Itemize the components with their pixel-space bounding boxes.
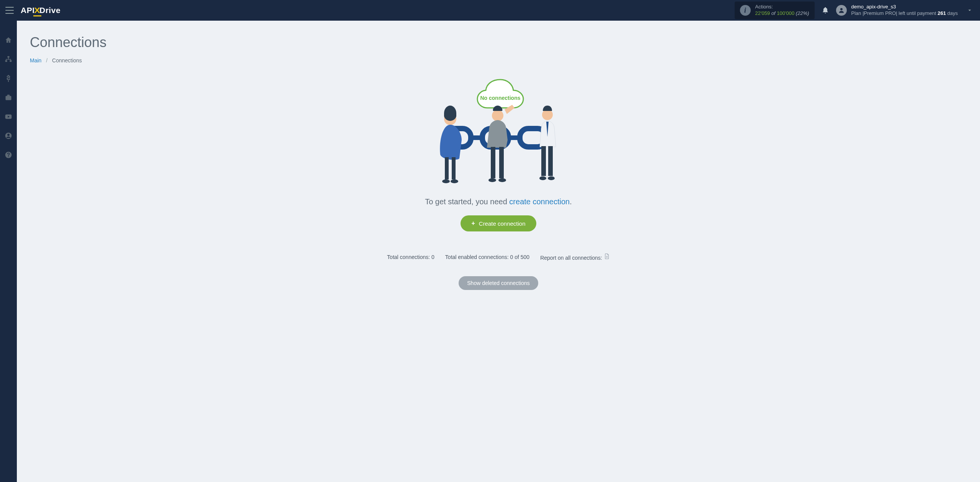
svg-point-21	[492, 110, 503, 121]
create-connection-button[interactable]: + Create connection	[461, 215, 536, 231]
sidebar-item-video[interactable]	[4, 112, 13, 121]
page-title: Connections	[30, 34, 967, 50]
logo-text-a: API	[21, 6, 35, 15]
getstarted-b: .	[570, 197, 572, 206]
actions-used: 22'059	[755, 10, 770, 16]
svg-rect-17	[445, 157, 449, 179]
actions-pct: (22%)	[796, 10, 809, 16]
svg-point-30	[548, 176, 555, 180]
actions-box[interactable]: i Actions: 22'059 of 100'000 (22%)	[735, 2, 815, 19]
cloud-icon: No connections	[477, 80, 523, 108]
svg-rect-22	[491, 147, 495, 178]
user-name: demo_apix-drive_s3	[851, 4, 958, 10]
plan-suffix: days	[946, 10, 958, 16]
create-connection-link[interactable]: create connection	[509, 197, 570, 206]
user-text: demo_apix-drive_s3 Plan |Premium PRO| le…	[851, 4, 958, 17]
svg-point-9	[8, 156, 9, 157]
breadcrumb: Main / Connections	[30, 57, 967, 64]
stat-report: Report on all connections:	[540, 253, 610, 261]
svg-point-20	[451, 179, 458, 183]
svg-rect-27	[541, 146, 546, 176]
svg-rect-4	[6, 96, 11, 100]
create-button-label: Create connection	[479, 220, 526, 227]
empty-state: No connections	[30, 75, 967, 290]
user-block[interactable]: demo_apix-drive_s3 Plan |Premium PRO| le…	[836, 4, 972, 17]
avatar-icon	[836, 5, 847, 16]
actions-total: 100'000	[777, 10, 794, 16]
svg-rect-1	[8, 56, 10, 58]
sidebar-item-help[interactable]	[4, 151, 13, 159]
svg-text:No connections: No connections	[480, 95, 520, 101]
person-right	[539, 106, 556, 180]
getstarted-a: To get started, you need	[425, 197, 509, 206]
svg-point-25	[498, 178, 506, 182]
header: APIXDrive i Actions: 22'059 of 100'000 (…	[0, 0, 980, 21]
svg-point-19	[442, 179, 450, 183]
breadcrumb-sep: /	[46, 57, 47, 64]
svg-rect-3	[10, 60, 11, 62]
sidebar-item-briefcase[interactable]	[4, 93, 13, 102]
breadcrumb-current: Connections	[52, 57, 82, 64]
document-icon[interactable]	[604, 253, 610, 260]
empty-illustration: No connections	[433, 75, 564, 190]
svg-point-24	[488, 178, 496, 182]
show-deleted-button[interactable]: Show deleted connections	[459, 276, 538, 290]
hamburger-icon[interactable]	[5, 7, 14, 14]
info-icon: i	[740, 5, 751, 16]
sidebar	[0, 21, 17, 304]
chevron-down-icon	[967, 8, 972, 13]
logo-x-icon: X	[34, 6, 40, 15]
getstarted-text: To get started, you need create connecti…	[425, 197, 572, 206]
svg-rect-18	[452, 157, 456, 179]
plan-days: 261	[938, 10, 946, 16]
logo[interactable]: APIXDrive	[21, 6, 60, 15]
plan-name: Premium PRO	[864, 10, 896, 16]
svg-rect-28	[548, 146, 553, 176]
actions-numbers: 22'059 of 100'000 (22%)	[755, 10, 809, 17]
actions-text: Actions: 22'059 of 100'000 (22%)	[755, 4, 809, 17]
plus-icon: +	[471, 220, 475, 227]
svg-rect-23	[499, 147, 504, 178]
actions-label: Actions:	[755, 4, 809, 10]
stat-total: Total connections: 0	[387, 254, 434, 260]
sidebar-item-home[interactable]	[4, 36, 13, 44]
header-right: i Actions: 22'059 of 100'000 (22%) demo_…	[735, 2, 972, 19]
plan-prefix: Plan |	[851, 10, 864, 16]
user-plan: Plan |Premium PRO| left until payment 26…	[851, 10, 958, 17]
person-left	[440, 106, 462, 183]
person-middle	[487, 105, 514, 182]
svg-point-0	[840, 8, 843, 10]
breadcrumb-main[interactable]: Main	[30, 57, 41, 64]
logo-text-b: Drive	[39, 6, 60, 15]
stat-report-label: Report on all connections:	[540, 255, 602, 261]
svg-point-26	[542, 109, 553, 120]
svg-rect-2	[5, 60, 7, 62]
sidebar-item-account[interactable]	[4, 132, 13, 140]
bell-icon[interactable]	[822, 7, 829, 14]
svg-point-7	[7, 134, 10, 136]
stat-enabled: Total enabled connections: 0 of 500	[445, 254, 529, 260]
plan-mid: | left until payment	[896, 10, 938, 16]
sidebar-item-billing[interactable]	[4, 74, 13, 83]
svg-point-29	[539, 176, 546, 180]
stats-row: Total connections: 0 Total enabled conne…	[387, 253, 610, 261]
actions-of: of	[771, 10, 776, 16]
sidebar-item-connections[interactable]	[4, 55, 13, 64]
main: Connections Main / Connections No connec…	[17, 21, 980, 304]
